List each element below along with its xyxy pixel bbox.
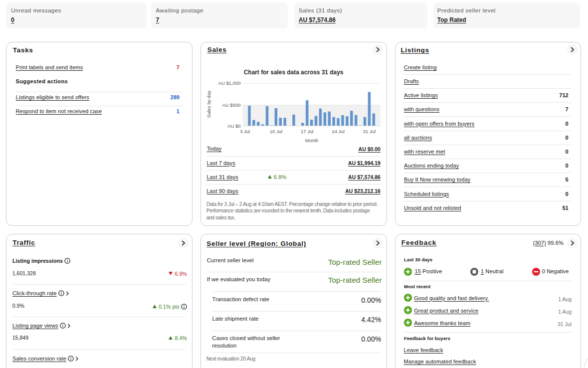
svg-text:17 Jul: 17 Jul xyxy=(301,129,313,134)
svg-text:3 Jul: 3 Jul xyxy=(240,129,250,134)
svg-text:Sales by day: Sales by day xyxy=(206,91,211,118)
svg-text:Month: Month xyxy=(305,138,318,143)
svg-text:Chart for sales data across 31: Chart for sales data across 31 days xyxy=(244,69,344,76)
svg-text:AU $0: AU $0 xyxy=(227,123,240,129)
svg-text:10 Jul: 10 Jul xyxy=(270,129,282,134)
svg-text:AU $1,000: AU $1,000 xyxy=(218,80,241,86)
svg-text:24 Jul: 24 Jul xyxy=(332,129,344,134)
svg-text:31 Jul: 31 Jul xyxy=(363,129,376,134)
svg-text:AU $500: AU $500 xyxy=(222,102,241,108)
